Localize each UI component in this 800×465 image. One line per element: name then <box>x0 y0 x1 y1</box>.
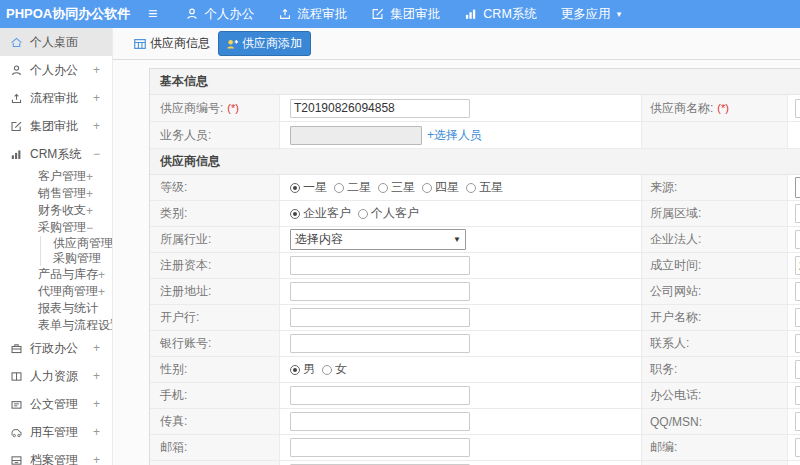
category-radio-1[interactable]: 个人客户 <box>358 205 419 222</box>
business-person-input[interactable] <box>290 126 422 145</box>
form-label: 手机: <box>160 387 187 404</box>
form-field-cell <box>788 201 800 226</box>
sidebar-item-admin-office[interactable]: 行政办公+ <box>0 334 112 362</box>
legal-person-input[interactable] <box>795 230 800 249</box>
sidebar-item-vehicle-management[interactable]: 用车管理+ <box>0 418 112 446</box>
sidebar-item-sales-management[interactable]: 销售管理+ <box>0 185 112 202</box>
form-row: 手机:办公电话: <box>150 383 800 409</box>
form-label-cell: 职务: <box>642 357 788 382</box>
expand-toggle-icon[interactable]: + <box>93 341 100 355</box>
select-person-link[interactable]: +选择人员 <box>427 127 482 144</box>
form-label: 供应商名称: <box>650 100 713 117</box>
source-select[interactable]: 选择内容▼ <box>795 177 800 198</box>
sidebar-item-purchasing[interactable]: 采购管理 <box>40 251 112 266</box>
email-input[interactable] <box>290 438 470 457</box>
registered-address-input[interactable] <box>290 282 470 301</box>
founded-date-input[interactable] <box>795 256 800 275</box>
select-arrow-icon: ▼ <box>453 235 461 244</box>
level-radio-2[interactable]: 三星 <box>378 179 415 196</box>
expand-toggle-icon[interactable]: + <box>86 204 93 218</box>
sidebar-item-product-inventory[interactable]: 产品与库存+ <box>0 266 112 283</box>
form-field-cell: 选择内容▼ <box>280 227 642 252</box>
expand-toggle-icon[interactable]: + <box>86 187 93 201</box>
level-radio-0[interactable]: 一星 <box>290 179 327 196</box>
sidebar-item-document-management[interactable]: 公文管理+ <box>0 390 112 418</box>
expand-toggle-icon[interactable]: − <box>93 147 100 161</box>
expand-toggle-icon[interactable]: + <box>93 63 100 77</box>
sidebar-item-crm-system[interactable]: CRM系统− <box>0 140 112 168</box>
form-field-cell <box>788 279 800 304</box>
sidebar-item-reports-statistics[interactable]: 报表与统计 <box>0 300 112 317</box>
topnav-more-apps[interactable]: 更多应用▾ <box>549 0 634 28</box>
sidebar-item-group-approval[interactable]: 集团审批+ <box>0 112 112 140</box>
region-input[interactable] <box>795 204 800 223</box>
gender-radio-0[interactable]: 男 <box>290 361 315 378</box>
level-radio-4[interactable]: 五星 <box>466 179 503 196</box>
expand-toggle-icon[interactable]: + <box>93 453 100 465</box>
doc-icon <box>10 398 23 411</box>
expand-toggle-icon[interactable]: + <box>86 170 93 184</box>
expand-toggle-icon[interactable]: + <box>93 369 100 383</box>
form-label-cell: 地址: <box>150 461 280 465</box>
radio-circle-icon <box>290 365 300 375</box>
form-field-cell <box>280 435 642 460</box>
sidebar-item-personal-desktop[interactable]: 个人桌面 <box>0 28 112 56</box>
zip-code-input[interactable] <box>795 438 800 457</box>
gender-radio-1[interactable]: 女 <box>322 361 347 378</box>
sidebar-item-purchase-management[interactable]: 采购管理− <box>0 219 112 236</box>
sidebar-item-personal-office[interactable]: 个人办公+ <box>0 56 112 84</box>
expand-toggle-icon[interactable]: + <box>93 425 100 439</box>
company-website-input[interactable] <box>795 282 800 301</box>
expand-toggle-icon[interactable]: + <box>98 285 105 299</box>
flow-icon <box>10 92 23 105</box>
bank-account-input[interactable] <box>290 334 470 353</box>
sidebar-item-archive-management[interactable]: 档案管理+ <box>0 446 112 465</box>
expand-toggle-icon[interactable]: + <box>98 268 105 282</box>
form-row: 注册地址:公司网站: <box>150 279 800 305</box>
sidebar-item-label: 客户管理 <box>38 168 86 185</box>
expand-toggle-icon[interactable]: + <box>93 397 100 411</box>
sidebar-item-human-resources[interactable]: 人力资源+ <box>0 362 112 390</box>
form-field-cell <box>280 383 642 408</box>
account-name-input[interactable] <box>795 308 800 327</box>
tab-supplier-add[interactable]: 供应商添加 <box>218 31 311 56</box>
form-label-cell: 手机: <box>150 383 280 408</box>
contact-person-input[interactable] <box>795 334 800 353</box>
form-field-cell <box>280 305 642 330</box>
level-radio-3[interactable]: 四星 <box>422 179 459 196</box>
sidebar-item-label: 财务收支 <box>38 202 86 219</box>
expand-toggle-icon[interactable]: + <box>93 91 100 105</box>
edit-icon <box>10 120 23 133</box>
registered-capital-input[interactable] <box>290 256 470 275</box>
fax-input[interactable] <box>290 412 470 431</box>
sidebar-item-finance-income-expense[interactable]: 财务收支+ <box>0 202 112 219</box>
sidebar-item-customer-management[interactable]: 客户管理+ <box>0 168 112 185</box>
sidebar-item-workflow-approval[interactable]: 流程审批+ <box>0 84 112 112</box>
book-icon <box>10 370 23 383</box>
sidebar-item-form-flow-settings[interactable]: 表单与流程设置+ <box>0 317 112 334</box>
industry-select[interactable]: 选择内容▼ <box>290 229 466 250</box>
form-row: 性别:男女职务: <box>150 357 800 383</box>
tab-supplier-info[interactable]: 供应商信息 <box>133 35 210 52</box>
topnav-crm-system[interactable]: CRM系统 <box>452 0 548 28</box>
form-label-cell: 所属行业: <box>150 227 280 252</box>
category-radio-0[interactable]: 企业客户 <box>290 205 351 222</box>
supplier-name-input[interactable] <box>795 99 800 118</box>
menu-toggle-icon[interactable]: ≡ <box>148 0 157 28</box>
sidebar-item-supplier-management[interactable]: 供应商管理 <box>40 236 112 251</box>
expand-toggle-icon[interactable]: + <box>93 119 100 133</box>
topnav-workflow-approval[interactable]: 流程审批 <box>266 0 359 28</box>
office-phone-input[interactable] <box>795 386 800 405</box>
form-row: 供应商编号:(*)供应商名称:(*) <box>150 95 800 122</box>
qq-msn-input[interactable] <box>795 412 800 431</box>
job-title-input[interactable] <box>795 360 800 379</box>
bank-name-input[interactable] <box>290 308 470 327</box>
expand-toggle-icon[interactable]: − <box>86 221 93 235</box>
supplier-code-input[interactable] <box>290 99 470 118</box>
sidebar-item-agent-management[interactable]: 代理商管理+ <box>0 283 112 300</box>
topnav-personal-office[interactable]: 个人办公 <box>173 0 266 28</box>
mobile-input[interactable] <box>290 386 470 405</box>
topnav-group-approval[interactable]: 集团审批 <box>359 0 452 28</box>
sidebar-item-label: 流程审批 <box>30 90 78 107</box>
level-radio-1[interactable]: 二星 <box>334 179 371 196</box>
